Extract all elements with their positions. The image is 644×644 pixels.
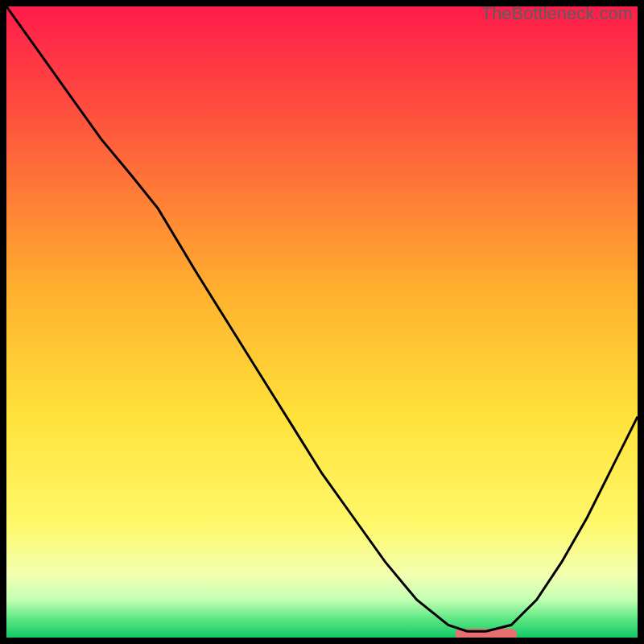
gradient-background xyxy=(6,6,638,638)
chart-frame: TheBottleneck.com xyxy=(0,0,644,644)
bottleneck-chart xyxy=(6,6,638,638)
